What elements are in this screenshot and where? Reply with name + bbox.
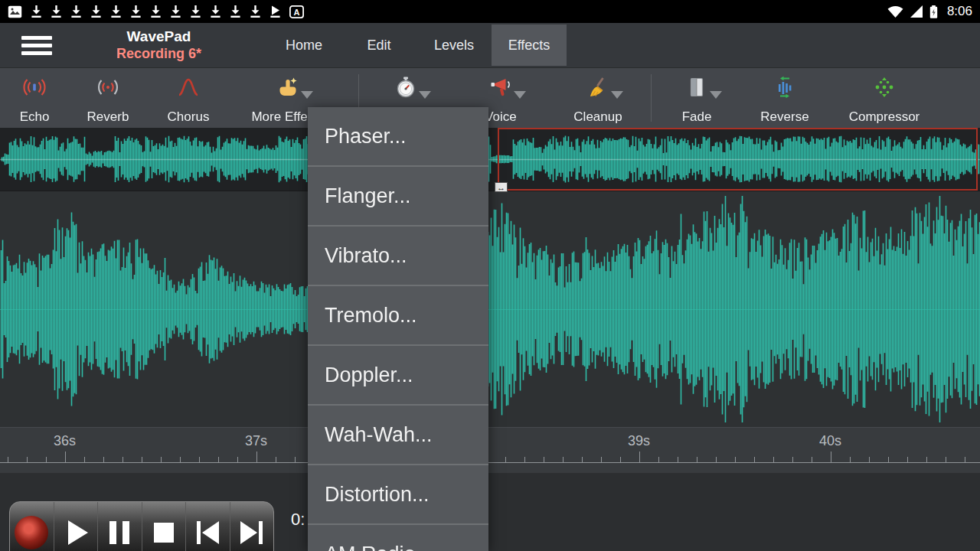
ribbon-group-divider <box>651 74 652 122</box>
ruler-tick <box>237 457 238 462</box>
svg-text:A: A <box>294 7 300 16</box>
effects-ribbon: EchoReverbChorusMore EffectsVoiceCleanup… <box>0 67 980 128</box>
menu-item-flanger[interactable]: Flanger... <box>308 167 488 227</box>
ruler-tick <box>754 457 755 462</box>
ribbon-item-label: Chorus <box>150 109 227 125</box>
tab-effects[interactable]: Effects <box>492 24 567 66</box>
recording-name: Recording 6* <box>80 45 237 62</box>
ruler-tick <box>888 457 889 462</box>
play-icon <box>68 520 88 545</box>
ruler-tick <box>946 457 946 462</box>
status-notification-icons: A <box>8 5 304 18</box>
ruler-tick <box>199 457 200 462</box>
tab-levels[interactable]: Levels <box>416 24 492 66</box>
ruler-tick <box>218 457 219 462</box>
ruler-tick <box>831 452 831 462</box>
ruler-tick <box>295 457 296 462</box>
ruler-tick <box>505 457 506 462</box>
chevron-down-icon <box>611 91 623 99</box>
previous-button[interactable] <box>185 502 230 551</box>
cleanup-icon <box>586 76 609 99</box>
stop-button[interactable] <box>142 502 186 551</box>
chorus-icon <box>177 76 200 99</box>
stop-icon <box>154 523 174 543</box>
pause-icon <box>109 521 129 544</box>
waveform-canvas <box>0 191 980 427</box>
menu-item-wah-wah[interactable]: Wah-Wah... <box>308 406 488 465</box>
ruler-tick <box>161 457 162 462</box>
time-ruler[interactable]: 36s37s39s40s <box>0 427 980 473</box>
ruler-tick <box>84 457 85 462</box>
ruler-label: 39s <box>628 433 650 449</box>
ribbon-item-label: Fade <box>657 109 737 125</box>
ruler-tick <box>180 457 181 462</box>
voice-icon <box>489 76 512 99</box>
ribbon-item-label: Compressor <box>833 109 936 125</box>
waveform-overview[interactable]: ↔ <box>0 128 980 191</box>
waveform-display[interactable] <box>0 191 980 427</box>
ruler-tick <box>792 457 793 462</box>
ribbon-item-compressor[interactable]: Compressor <box>833 68 936 129</box>
menu-item-am-radio[interactable]: AM Radio... <box>308 525 488 551</box>
ribbon-item-reverb[interactable]: Reverb <box>74 68 142 129</box>
view-region-box[interactable] <box>498 128 978 191</box>
tab-home[interactable]: Home <box>266 24 341 66</box>
ruler-tick <box>582 457 583 462</box>
ruler-tick <box>103 457 104 462</box>
ruler-tick <box>8 457 8 462</box>
ribbon-item-echo[interactable]: Echo <box>6 68 63 129</box>
ruler-tick <box>46 457 47 462</box>
echo-icon <box>23 76 46 99</box>
menu-item-tremolo[interactable]: Tremolo... <box>308 286 488 346</box>
ruler-tick <box>27 457 28 462</box>
ruler-tick <box>697 457 697 462</box>
play-button[interactable] <box>54 502 98 551</box>
download-icon <box>190 5 201 18</box>
download-icon <box>170 5 181 18</box>
download-icon <box>250 5 261 18</box>
download-icon <box>90 5 102 18</box>
ruler-tick <box>658 457 659 462</box>
image-icon <box>8 5 22 18</box>
battery-icon <box>929 5 938 18</box>
pause-button[interactable] <box>97 502 142 551</box>
menu-item-doppler[interactable]: Doppler... <box>308 346 488 406</box>
previous-icon <box>197 521 219 544</box>
ruler-tick <box>850 457 851 462</box>
ruler-tick <box>639 452 640 462</box>
ruler-label: 40s <box>819 433 841 449</box>
ruler-tick <box>716 457 717 462</box>
download-icon <box>150 5 162 18</box>
more-effects-menu: Phaser...Flanger...Vibrato...Tremolo...D… <box>308 107 488 551</box>
status-system-icons: 8:06 <box>887 4 972 19</box>
menu-item-distortion[interactable]: Distortion... <box>308 465 488 525</box>
ribbon-item-label: Reverse <box>741 109 828 125</box>
reverse-icon <box>773 76 796 99</box>
ribbon-item-reverse[interactable]: Reverse <box>741 68 828 129</box>
ribbon-item-cleanup[interactable]: Cleanup <box>548 68 648 129</box>
bottom-bar: 0: <box>0 473 980 551</box>
ruler-tick <box>256 452 257 462</box>
fade-icon <box>685 76 708 99</box>
compressor-icon <box>873 76 896 99</box>
download-icon <box>130 5 142 18</box>
ruler-tick <box>926 457 927 462</box>
next-button[interactable] <box>230 502 274 551</box>
region-resize-handle[interactable]: ↔ <box>495 182 508 192</box>
chevron-down-icon <box>514 91 526 99</box>
ruler-tick <box>601 457 602 462</box>
tab-edit[interactable]: Edit <box>341 24 416 66</box>
record-button[interactable] <box>10 502 54 551</box>
signal-icon <box>910 5 923 18</box>
ribbon-item-fade[interactable]: Fade <box>657 68 737 129</box>
ribbon-item-label: Echo <box>6 109 63 125</box>
ribbon-item-label: Reverb <box>74 109 142 125</box>
hamburger-menu-icon[interactable] <box>21 36 55 55</box>
menu-item-vibrato[interactable]: Vibrato... <box>308 227 488 286</box>
app-title: WavePad <box>80 28 237 45</box>
ribbon-item-label: Cleanup <box>548 109 648 125</box>
ribbon-item-chorus[interactable]: Chorus <box>150 68 227 129</box>
menu-item-phaser[interactable]: Phaser... <box>308 107 488 167</box>
download-icon <box>51 5 62 18</box>
ruler-tick <box>907 457 908 462</box>
